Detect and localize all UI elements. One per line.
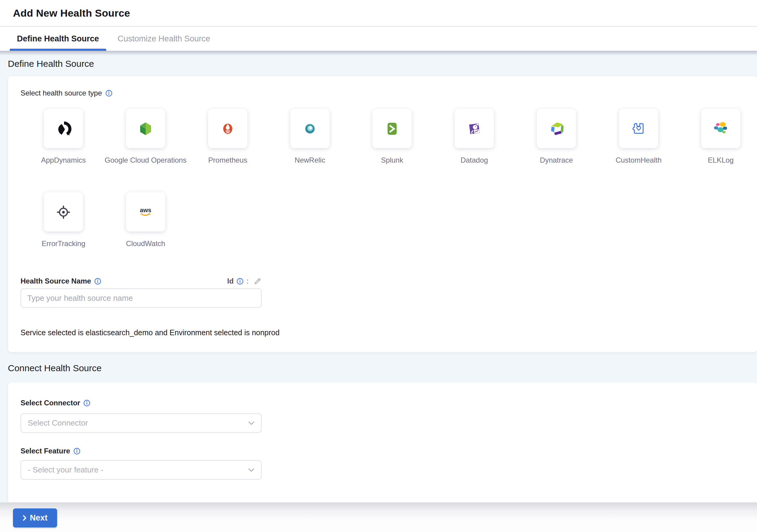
svg-text:aws: aws <box>140 207 151 213</box>
source-card-elklog[interactable] <box>701 109 741 148</box>
tab-bar: Define Health Source Customize Health So… <box>0 27 757 51</box>
health-source-name-input[interactable] <box>20 288 261 308</box>
source-cell: Dynatrace <box>537 109 576 148</box>
health-source-name-row: Health Source Name Id : <box>20 277 261 285</box>
source-card-errortracking[interactable] <box>44 192 83 232</box>
source-card-datadog[interactable] <box>455 109 494 148</box>
source-cell: NewRelic <box>290 109 330 148</box>
source-cell: aws CloudWatch <box>126 192 165 232</box>
connector-select[interactable]: Select Connector <box>20 413 261 433</box>
info-icon[interactable] <box>106 90 112 97</box>
select-feature-label: Select Feature <box>20 447 70 455</box>
source-label: CustomHealth <box>616 156 661 165</box>
source-label: ErrorTracking <box>42 239 85 248</box>
info-icon[interactable] <box>236 278 243 285</box>
connect-section-heading: Connect Health Source <box>8 363 757 373</box>
source-label: Splunk <box>381 156 403 165</box>
source-grid-row-1: AppDynamics Google Cloud Operations <box>44 109 745 148</box>
source-card-dynatrace[interactable] <box>537 109 576 148</box>
next-button-label: Next <box>30 513 48 523</box>
datadog-icon <box>465 119 484 138</box>
select-connector-label: Select Connector <box>20 399 80 407</box>
dialog-header: Add New Health Source <box>0 0 757 27</box>
source-card-appdynamics[interactable] <box>44 109 83 148</box>
source-card-prometheus[interactable] <box>208 109 247 148</box>
connector-select-placeholder: Select Connector <box>28 418 88 428</box>
source-label: Prometheus <box>208 156 247 165</box>
next-button[interactable]: Next <box>13 509 57 527</box>
tab-label: Customize Health Source <box>118 34 210 44</box>
dynatrace-icon <box>547 119 566 138</box>
define-health-source-card: Select health source type <box>8 76 757 352</box>
feature-select[interactable]: - Select your feature - <box>20 460 261 480</box>
source-cell: Datadog <box>455 109 494 148</box>
splunk-icon <box>382 119 402 138</box>
id-group: Id : <box>227 277 261 285</box>
source-label: Dynatrace <box>540 156 573 165</box>
dialog-footer: Next <box>0 502 757 532</box>
source-cell: ErrorTracking <box>44 192 83 232</box>
source-cell: CustomHealth <box>619 109 658 148</box>
prometheus-icon <box>218 119 237 138</box>
select-type-label-row: Select health source type <box>20 89 745 97</box>
page-title: Add New Health Source <box>13 7 130 19</box>
google-cloud-operations-icon <box>136 119 155 138</box>
tab-define-health-source[interactable]: Define Health Source <box>10 27 106 51</box>
id-label: Id <box>227 277 233 285</box>
select-connector-label-group: Select Connector <box>20 399 745 407</box>
define-section-heading: Define Health Source <box>8 51 757 69</box>
elklog-icon <box>711 119 730 138</box>
newrelic-icon <box>300 119 319 138</box>
source-label: AppDynamics <box>41 156 86 165</box>
source-card-newrelic[interactable] <box>290 109 330 148</box>
health-source-name-label-group: Health Source Name <box>20 277 101 285</box>
source-label: ELKLog <box>708 156 734 165</box>
tab-customize-health-source[interactable]: Customize Health Source <box>110 27 218 51</box>
tab-label: Define Health Source <box>17 34 99 44</box>
source-cell: AppDynamics <box>44 109 83 148</box>
source-cell: Google Cloud Operations <box>126 109 165 148</box>
chevron-down-icon <box>248 422 254 425</box>
source-card-google-cloud-operations[interactable] <box>126 109 165 148</box>
source-label: Google Cloud Operations <box>105 156 187 165</box>
health-source-name-label: Health Source Name <box>20 277 91 285</box>
source-card-customhealth[interactable] <box>619 109 658 148</box>
id-colon: : <box>247 277 249 285</box>
source-grid-row-2: ErrorTracking aws CloudWatch <box>44 192 745 232</box>
info-icon[interactable] <box>83 400 90 407</box>
info-icon[interactable] <box>94 278 101 285</box>
select-type-label: Select health source type <box>20 89 102 97</box>
dialog-body: Define Health Source Select health sourc… <box>0 51 757 532</box>
feature-select-placeholder: - Select your feature - <box>28 465 103 475</box>
select-feature-label-group: Select Feature <box>20 447 745 455</box>
source-label: CloudWatch <box>126 239 165 248</box>
source-card-splunk[interactable] <box>373 109 412 148</box>
chevron-down-icon <box>248 468 254 472</box>
chevron-right-icon <box>23 515 27 521</box>
source-cell: Prometheus <box>208 109 247 148</box>
appdynamics-icon <box>54 119 73 138</box>
cloudwatch-aws-icon: aws <box>136 202 155 222</box>
source-card-cloudwatch[interactable]: aws <box>126 192 165 232</box>
source-label: NewRelic <box>294 156 325 165</box>
errortracking-icon <box>54 202 73 222</box>
source-cell: Splunk <box>373 109 412 148</box>
add-health-source-dialog: Add New Health Source Define Health Sour… <box>0 0 757 532</box>
info-icon[interactable] <box>74 448 80 454</box>
customhealth-icon <box>629 119 648 138</box>
service-environment-note: Service selected is elasticsearch_demo a… <box>20 328 745 337</box>
source-label: Datadog <box>461 156 488 165</box>
edit-id-pencil-icon[interactable] <box>254 277 261 285</box>
source-cell: ELKLog <box>701 109 741 148</box>
